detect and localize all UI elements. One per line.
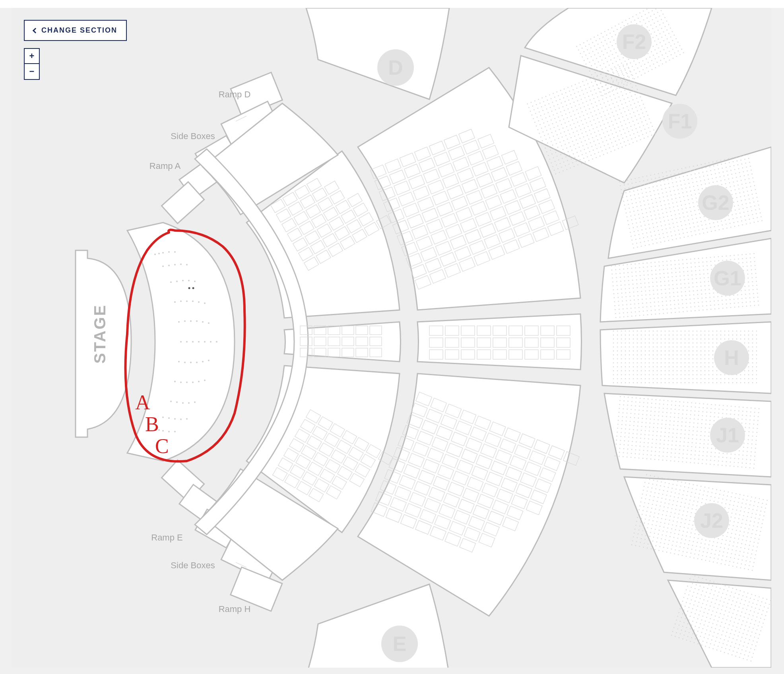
section-h-label: H — [724, 346, 739, 369]
svg-point-26 — [196, 320, 198, 322]
map-controls: CHANGE SECTION + − — [24, 20, 127, 80]
svg-point-25 — [190, 320, 192, 322]
svg-point-0 — [154, 254, 156, 255]
svg-point-31 — [192, 341, 194, 343]
svg-point-42 — [174, 381, 176, 382]
svg-point-8 — [180, 263, 182, 265]
chevron-left-icon — [33, 27, 38, 33]
svg-point-28 — [208, 322, 210, 324]
svg-point-49 — [176, 401, 178, 403]
top-white-strip — [0, 0, 784, 8]
svg-point-7 — [174, 264, 176, 265]
annotation-letter-c: C — [155, 435, 169, 457]
svg-point-33 — [204, 341, 206, 343]
zoom-out-button[interactable]: − — [24, 64, 40, 80]
svg-point-38 — [190, 362, 192, 363]
svg-point-41 — [208, 360, 210, 361]
svg-point-12 — [182, 280, 184, 281]
svg-point-4 — [174, 251, 176, 253]
section-j1-label: J1 — [716, 424, 739, 447]
svg-point-20 — [192, 300, 194, 302]
svg-point-27 — [202, 321, 204, 323]
svg-point-21 — [198, 301, 200, 303]
svg-point-1 — [158, 253, 160, 254]
side-boxes-top-label: Side Boxes — [171, 131, 215, 141]
section-g1-label: G1 — [714, 267, 741, 290]
section-e-label: E — [393, 632, 407, 655]
section-f1-label: F1 — [668, 110, 692, 133]
svg-point-35 — [216, 341, 217, 343]
svg-point-57 — [186, 418, 188, 420]
zoom-controls: + − — [24, 48, 40, 80]
svg-point-22 — [204, 302, 206, 304]
svg-point-53 — [162, 416, 164, 418]
section-j2-label: J2 — [700, 509, 723, 532]
svg-point-36 — [178, 361, 180, 362]
svg-point-55 — [174, 418, 176, 420]
svg-point-5 — [162, 265, 164, 267]
section-g2-label: G2 — [702, 191, 729, 214]
svg-point-62 — [174, 431, 176, 432]
svg-point-18 — [180, 300, 182, 302]
svg-point-37 — [184, 362, 186, 363]
svg-point-56 — [180, 418, 182, 420]
svg-point-24 — [184, 320, 186, 322]
seating-map-container[interactable]: CHANGE SECTION + − STAGE — [12, 8, 771, 668]
svg-point-6 — [168, 265, 170, 266]
svg-point-11 — [176, 281, 178, 282]
svg-point-14 — [194, 281, 196, 282]
svg-point-43 — [180, 382, 182, 383]
seating-map-svg[interactable]: STAGE Ramp D Side Boxes — [12, 8, 771, 668]
svg-point-46 — [198, 381, 200, 382]
ramp-d-label: Ramp D — [219, 89, 251, 99]
annotation-letter-a: A — [135, 391, 150, 414]
svg-point-3 — [168, 251, 170, 253]
svg-point-17 — [174, 301, 176, 303]
svg-point-10 — [170, 281, 172, 283]
svg-point-32 — [198, 341, 200, 343]
svg-point-48 — [170, 401, 172, 402]
ramp-a-label: Ramp A — [149, 161, 181, 171]
svg-point-39 — [196, 362, 198, 363]
svg-point-19 — [186, 300, 188, 302]
change-section-button[interactable]: CHANGE SECTION — [24, 20, 127, 41]
zoom-in-button[interactable]: + — [24, 48, 40, 64]
change-section-label: CHANGE SECTION — [41, 26, 117, 35]
svg-point-40 — [202, 361, 204, 362]
svg-point-47 — [204, 380, 206, 381]
section-d — [306, 8, 449, 99]
svg-rect-408 — [618, 153, 765, 251]
svg-point-23 — [178, 321, 180, 323]
annotation-letter-b: B — [145, 413, 159, 436]
ramp-e-label: Ramp E — [151, 533, 182, 542]
svg-point-2 — [162, 252, 164, 254]
svg-point-13 — [188, 280, 190, 281]
ramp-h-label: Ramp H — [219, 604, 251, 614]
svg-point-61 — [168, 431, 170, 432]
section-e — [306, 584, 449, 668]
svg-point-52 — [194, 401, 196, 403]
svg-point-34 — [210, 341, 212, 343]
svg-point-30 — [186, 341, 188, 343]
svg-point-50 — [182, 402, 184, 404]
svg-point-45 — [192, 382, 194, 383]
svg-point-44 — [186, 382, 188, 383]
section-f2-label: F2 — [622, 30, 646, 53]
side-boxes-bottom-label: Side Boxes — [171, 560, 215, 570]
svg-point-51 — [188, 402, 190, 404]
svg-point-16 — [192, 287, 194, 289]
svg-point-9 — [186, 264, 188, 265]
section-d-label: D — [388, 56, 403, 79]
svg-point-15 — [188, 287, 190, 289]
stage-label: STAGE — [91, 304, 109, 364]
svg-point-29 — [180, 341, 182, 343]
svg-point-60 — [162, 430, 164, 432]
svg-point-54 — [168, 417, 170, 419]
